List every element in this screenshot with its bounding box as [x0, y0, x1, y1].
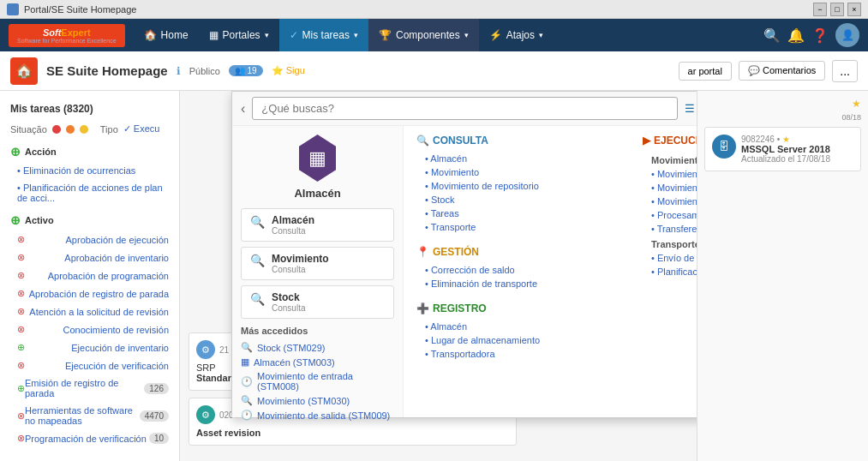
red-dot-9: ⊗ — [17, 433, 25, 444]
title-bar-title: Portal/SE Suite Homepage — [24, 4, 136, 15]
search-icon-movimiento: 🔍 — [250, 254, 265, 267]
red-dot-2: ⊗ — [17, 252, 25, 263]
consulta-title: 🔍 CONSULTA — [416, 135, 626, 147]
mas-item-0[interactable]: 🔍Stock (STM029) — [241, 340, 394, 355]
gestion-correccion[interactable]: • Corrección de saldo — [416, 263, 626, 277]
info-icon[interactable]: ℹ — [177, 65, 181, 77]
search-col-2: ▶ EJECUCIÓN Movimiento • Movimiento de e… — [643, 135, 697, 409]
search-icon-mas-0: 🔍 — [241, 342, 253, 353]
search-input[interactable] — [252, 97, 678, 120]
more-options-button[interactable]: ... — [832, 60, 858, 82]
sidebar-item-ejecucion-inventario[interactable]: ⊕ Ejecución de inventario — [0, 338, 179, 356]
registro-lugar[interactable]: • Lugar de almacenamiento — [416, 333, 626, 347]
search-icon-almacen: 🔍 — [250, 215, 265, 229]
title-bar: Portal/SE Suite Homepage − □ × — [0, 0, 868, 19]
sidebar-item-aprobacion-parada[interactable]: ⊗ Aprobación de registro de parada — [0, 284, 179, 302]
consulta-tareas[interactable]: • Tareas — [416, 207, 626, 220]
mis-tareas-chevron: ▾ — [354, 31, 358, 39]
visibility-label: Público — [189, 66, 220, 76]
mssql-icon: 🗄 — [712, 135, 736, 159]
fav-movimiento[interactable]: 🔍 Movimiento Consulta — [241, 247, 394, 280]
bell-icon[interactable]: 🔔 — [787, 27, 805, 44]
nav-componentes[interactable]: 🏆 Componentes ▾ — [368, 19, 479, 51]
registro-almacen[interactable]: • Almacén — [416, 320, 626, 333]
mssql-updated: Actualizado el 17/08/18 — [741, 154, 830, 164]
mas-item-2[interactable]: 🕐Movimiento de entrada (STM008) — [241, 369, 394, 393]
consulta-stock[interactable]: • Stock — [416, 193, 626, 207]
mis-tareas-icon: ✓ — [290, 29, 298, 41]
sidebar-item-conocimiento[interactable]: ⊗ Conocimiento de revisión — [0, 320, 179, 338]
sidebar-item-planificacion[interactable]: • Planificación de acciones de plan de a… — [0, 179, 179, 207]
nav-mis-tareas[interactable]: ✓ Mis tareas ▾ — [279, 19, 368, 51]
sidebar-item-aprobacion-inventario[interactable]: ⊗ Aprobación de inventario — [0, 248, 179, 266]
ejecucion-envio[interactable]: • Envío de transporte — [643, 251, 697, 265]
title-bar-icon — [7, 3, 19, 15]
nav-home[interactable]: 🏠 Home — [134, 19, 199, 51]
componentes-icon: 🏆 — [379, 29, 392, 41]
back-button[interactable]: ‹ — [241, 101, 245, 117]
sidebar-item-programacion[interactable]: ⊗ Programación de verificación 10 — [0, 429, 179, 447]
red-dot-5: ⊗ — [17, 306, 25, 317]
search-icon[interactable]: 🔍 — [763, 27, 781, 44]
sub-header: 🏠 SE Suite Homepage ℹ Público 👥 19 ⭐ Sig… — [0, 51, 868, 91]
right-panel: ★ 08/18 🗄 9082246 • ★ MSSQL Server 2018 … — [697, 91, 868, 461]
nav-portales[interactable]: ▦ Portales ▾ — [199, 19, 279, 51]
red-dot-4: ⊗ — [17, 288, 25, 299]
consulta-movimiento[interactable]: • Movimiento — [416, 165, 626, 179]
search-icon-stock: 🔍 — [250, 292, 265, 306]
help-icon[interactable]: ❓ — [811, 27, 829, 44]
ejecucion-entrada[interactable]: • Movimiento de entrada — [643, 167, 697, 181]
ejecucion-procesamiento[interactable]: • Procesamiento — [643, 208, 697, 222]
ejecucion-movimiento-title: Movimiento — [643, 152, 697, 167]
status-dot-orange — [66, 125, 75, 134]
minimize-button[interactable]: − — [813, 3, 827, 16]
mas-item-4[interactable]: 🕐Movimiento de salida (STM009) — [241, 408, 394, 422]
consulta-movimiento-repo[interactable]: • Movimiento de repositorio — [416, 179, 626, 193]
sidebar-item-ejecucion-verificacion[interactable]: ⊗ Ejecución de verificación — [0, 356, 179, 374]
ejecucion-transporte-title: Transporte — [643, 236, 697, 251]
ejecucion-planificacion[interactable]: • Planificación de transporte — [643, 265, 697, 278]
search-left-panel: ▦ Almacén 🔍 Almacén Consulta 🔍 Movimie — [232, 126, 404, 417]
brand-logo: SoftExpert Software for Performance Exce… — [9, 24, 125, 47]
comments-button[interactable]: 💬 Comentarios — [739, 61, 825, 81]
members-badge: 👥 19 — [229, 65, 263, 76]
top-nav: SoftExpert Software for Performance Exce… — [0, 19, 868, 51]
gestion-eliminacion[interactable]: • Eliminación de transporte — [416, 277, 626, 290]
consulta-almacen[interactable]: • Almacén — [416, 152, 626, 165]
almacen-title: Almacén — [241, 187, 394, 200]
sidebar-item-emision-parada[interactable]: ⊕ Emisión de registro de parada 126 — [0, 374, 179, 402]
registro-transportadora[interactable]: • Transportadora — [416, 347, 626, 361]
fav-stock[interactable]: 🔍 Stock Consulta — [241, 285, 394, 319]
clock-icon-mas-2: 🕐 — [241, 376, 253, 387]
close-button[interactable]: × — [847, 3, 861, 16]
user-avatar[interactable]: 👤 — [835, 23, 859, 47]
portal-button[interactable]: ar portal — [679, 62, 732, 81]
plus-icon-acao: ⊕ — [10, 145, 21, 159]
ejecucion-repositorio[interactable]: • Movimiento de repositorio — [643, 181, 697, 195]
gestion-title: 📍 GESTIÓN — [416, 246, 626, 258]
mas-item-3[interactable]: 🔍Movimiento (STM030) — [241, 393, 394, 408]
ejecucion-transferencia[interactable]: • Transferencia — [643, 222, 697, 236]
right-panel-card-mssql: 🗄 9082246 • ★ MSSQL Server 2018 Actualiz… — [704, 127, 861, 171]
green-dot-1: ⊕ — [17, 342, 25, 353]
sidebar-item-herramientas[interactable]: ⊗ Herramientas de software no mapeadas 4… — [0, 402, 179, 429]
sidebar-item-aprobacion-ejecucion[interactable]: ⊗ Aprobación de ejecución — [0, 230, 179, 248]
task-icon-srp: ⚙ — [196, 340, 215, 359]
sidebar-item-atencion[interactable]: ⊗ Atención a la solicitud de revisión — [0, 302, 179, 320]
nav-atajos[interactable]: ⚡ Atajos ▾ — [479, 19, 554, 51]
section-activo: ⊕ Activo — [0, 207, 179, 230]
consulta-transporte[interactable]: • Transporte — [416, 220, 626, 234]
search-dropdown-body: ▦ Almacén 🔍 Almacén Consulta 🔍 Movimie — [232, 126, 697, 417]
atajos-icon: ⚡ — [489, 29, 502, 41]
sidebar-item-aprobacion-programacion[interactable]: ⊗ Aprobación de programación — [0, 266, 179, 284]
red-dot-1: ⊗ — [17, 234, 25, 245]
sidebar-item-eliminacion[interactable]: • Eliminación de ocurrencias — [0, 162, 179, 179]
red-dot-8: ⊗ — [17, 410, 25, 422]
componentes-chevron: ▾ — [464, 31, 469, 39]
mssql-id: 9082246 • ★ — [741, 135, 830, 144]
fav-almacen[interactable]: 🔍 Almacén Consulta — [241, 208, 394, 242]
maximize-button[interactable]: □ — [830, 3, 844, 16]
mas-item-1[interactable]: ▦Almacén (STM003) — [241, 355, 394, 369]
almacen-hex-icon: ▦ — [296, 135, 339, 182]
ejecucion-salida[interactable]: • Movimiento de salida — [643, 195, 697, 208]
